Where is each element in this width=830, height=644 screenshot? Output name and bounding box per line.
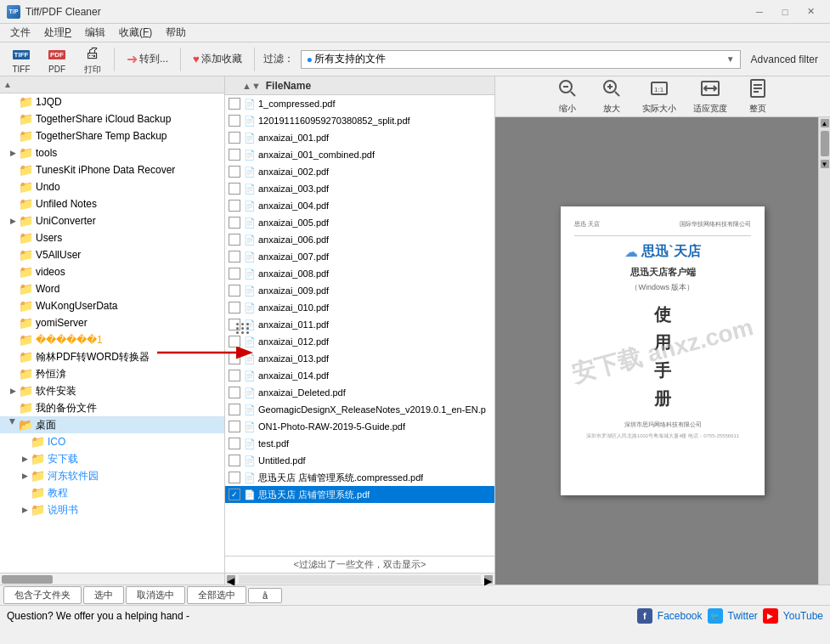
file-row[interactable]: 📄思迅天店 店铺管理系统.compressed.pdf: [225, 469, 494, 486]
file-checkbox[interactable]: [229, 404, 240, 415]
sidebar-scroll[interactable]: 📁 1JQD 📁 TogetherShare iCloud Backup 📁 T…: [0, 93, 224, 573]
file-checkbox[interactable]: [229, 98, 240, 110]
file-checkbox[interactable]: [229, 336, 240, 347]
file-checkbox[interactable]: [229, 421, 240, 432]
select-all-button[interactable]: 全部选中: [187, 586, 246, 604]
menu-file[interactable]: 文件: [3, 24, 37, 42]
file-row[interactable]: 📄anxaizai_006.pdf: [225, 231, 494, 248]
file-row[interactable]: 📄anxaizai_005.pdf: [225, 214, 494, 231]
sidebar-item-shuomingshu[interactable]: ▶ 📁 说明书: [0, 501, 224, 518]
favorite-button[interactable]: ♥ 添加收藏: [186, 49, 249, 69]
fit-page-button[interactable]: 整页: [737, 76, 779, 117]
file-row[interactable]: ✓📄思迅天店 店铺管理系统.pdf: [225, 486, 494, 503]
file-row[interactable]: 📄anxaizai_Deleted.pdf: [225, 384, 494, 401]
file-checkbox[interactable]: [229, 302, 240, 314]
twitter-link[interactable]: Twitter: [728, 610, 758, 622]
tiff-button[interactable]: TIFF TIFF: [5, 42, 37, 76]
file-checkbox[interactable]: [229, 455, 240, 466]
sidebar-item-tools[interactable]: ▶ 📁 tools: [0, 144, 224, 161]
sidebar-item-1jqd[interactable]: 📁 1JQD: [0, 93, 224, 110]
file-row[interactable]: 📄GeomagicDesignX_ReleaseNotes_v2019.0.1_…: [225, 401, 494, 418]
sidebar-item-togethershare-temp[interactable]: 📁 TogetherShare Temp Backup: [0, 127, 224, 144]
file-row[interactable]: 📄1_compressed.pdf: [225, 95, 494, 112]
file-row[interactable]: 📄anxaizai_003.pdf: [225, 180, 494, 197]
preview-scrollbar-v[interactable]: ▲ ▼: [818, 117, 830, 585]
sidebar-item-undo[interactable]: 📁 Undo: [0, 178, 224, 195]
file-row[interactable]: 📄anxaizai_002.pdf: [225, 163, 494, 180]
sidebar-item-hanlin[interactable]: 📁 翰林PDF转WORD转换器: [0, 348, 224, 365]
file-row[interactable]: 📄ON1-Photo-RAW-2019-5-Guide.pdf: [225, 418, 494, 435]
file-checkbox[interactable]: [229, 319, 240, 330]
deselect-button[interactable]: 取消选中: [126, 586, 185, 604]
minimize-button[interactable]: ─: [747, 3, 772, 20]
sidebar-item-unfiled[interactable]: 📁 Unfiled Notes: [0, 195, 224, 212]
sidebar-item-desktop[interactable]: ▶ 📂 桌面: [0, 416, 224, 433]
fit-width-button[interactable]: 适应宽度: [686, 76, 735, 117]
file-checkbox[interactable]: [229, 370, 240, 381]
print-button[interactable]: 🖨 打印: [76, 41, 109, 78]
file-checkbox[interactable]: [229, 166, 240, 178]
maximize-button[interactable]: □: [772, 3, 798, 20]
file-list[interactable]: 📄1_compressed.pdf📄1201911160959270380852…: [225, 95, 494, 556]
menu-process[interactable]: 处理P: [37, 24, 78, 42]
sidebar-item-togethershare-icloud[interactable]: 📁 TogetherShare iCloud Backup: [0, 110, 224, 127]
convert-button[interactable]: ➜ 转到...: [120, 48, 175, 70]
pdf-button[interactable]: PDF PDF: [41, 42, 73, 76]
file-panel-horizontal-scrollbar[interactable]: ◀ ▶: [225, 573, 494, 585]
filter-select-container[interactable]: ● 所有支持的文件 ▼: [301, 50, 741, 69]
sidebar-item-ico[interactable]: 📁 ICO: [0, 433, 224, 450]
sidebar-item-symbols[interactable]: 📁 ������1: [0, 331, 224, 348]
file-checkbox[interactable]: [229, 387, 240, 398]
file-checkbox[interactable]: [229, 183, 240, 195]
zoom-in-button[interactable]: 放大: [590, 76, 633, 117]
file-row[interactable]: 📄anxaizai_014.pdf: [225, 367, 494, 384]
file-row[interactable]: 📄anxaizai_004.pdf: [225, 197, 494, 214]
file-row[interactable]: 📄anxaizai_010.pdf: [225, 299, 494, 316]
file-checkbox[interactable]: [229, 438, 240, 449]
sidebar-item-software[interactable]: ▶ 📁 软件安装: [0, 382, 224, 399]
file-checkbox[interactable]: [229, 285, 240, 297]
file-row[interactable]: 📄anxaizai_001_combined.pdf: [225, 146, 494, 163]
sidebar-item-hedong[interactable]: ▶ 📁 河东软件园: [0, 467, 224, 484]
file-checkbox[interactable]: [229, 149, 240, 161]
file-row[interactable]: 📄anxaizai_008.pdf: [225, 265, 494, 282]
file-checkbox[interactable]: [229, 353, 240, 364]
file-checkbox[interactable]: [229, 268, 240, 280]
file-row[interactable]: 📄anxaizai_007.pdf: [225, 248, 494, 265]
sidebar-item-anzaixia[interactable]: ▶ 📁 安下载: [0, 450, 224, 467]
file-checkbox[interactable]: [229, 200, 240, 212]
menu-favorites[interactable]: 收藏(F): [112, 24, 159, 42]
file-row[interactable]: 📄1201911160959270380852_split.pdf: [225, 112, 494, 129]
file-checkbox[interactable]: [229, 472, 240, 483]
sidebar-item-word[interactable]: 📁 Word: [0, 280, 224, 297]
sidebar-item-v5alluser[interactable]: 📁 V5AllUser: [0, 246, 224, 263]
more-button[interactable]: å: [248, 588, 282, 603]
sidebar-item-mybak[interactable]: 📁 我的备份文件: [0, 399, 224, 416]
file-checkbox[interactable]: [229, 132, 240, 144]
sidebar-item-jiaocheng[interactable]: 📁 教程: [0, 484, 224, 501]
file-checkbox[interactable]: [229, 115, 240, 127]
file-row[interactable]: 📄Untitled.pdf: [225, 452, 494, 469]
file-row[interactable]: 📄anxaizai_012.pdf: [225, 333, 494, 350]
file-row[interactable]: 📄anxaizai_009.pdf: [225, 282, 494, 299]
file-checkbox[interactable]: [229, 234, 240, 246]
menu-edit[interactable]: 编辑: [78, 24, 112, 42]
sidebar-item-tuneskit[interactable]: 📁 TunesKit iPhone Data Recover: [0, 161, 224, 178]
advanced-filter-button[interactable]: Advanced filter: [744, 52, 825, 67]
sidebar-horizontal-scrollbar[interactable]: [0, 573, 224, 585]
actual-size-button[interactable]: 1:1 实际大小: [635, 76, 684, 117]
select-button[interactable]: 选中: [83, 586, 124, 604]
close-button[interactable]: ✕: [798, 3, 823, 20]
sidebar-item-users[interactable]: 📁 Users: [0, 229, 224, 246]
file-checkbox[interactable]: [229, 251, 240, 263]
sidebar-item-lingyan[interactable]: 📁 矜恒渰: [0, 365, 224, 382]
sidebar-item-yomiserver[interactable]: 📁 yomiServer: [0, 314, 224, 331]
include-subfolder-button[interactable]: 包含子文件夹: [3, 586, 82, 604]
zoom-out-button[interactable]: 缩小: [546, 76, 589, 117]
file-row[interactable]: 📄anxaizai_001.pdf: [225, 129, 494, 146]
sidebar-item-videos[interactable]: 📁 videos: [0, 263, 224, 280]
file-row[interactable]: 📄anxaizai_011.pdf: [225, 316, 494, 333]
sidebar-item-wukong[interactable]: 📁 WuKongUserData: [0, 297, 224, 314]
file-checkbox[interactable]: ✓: [229, 489, 240, 500]
file-checkbox[interactable]: [229, 217, 240, 229]
